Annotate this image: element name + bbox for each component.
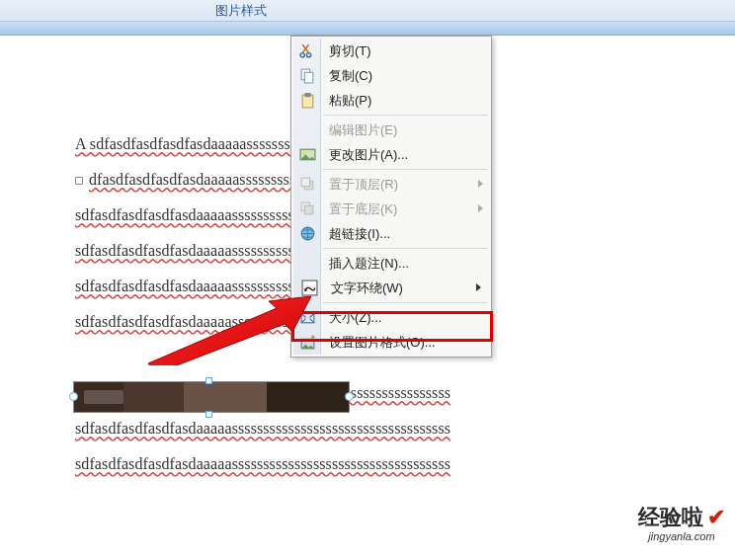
- submenu-arrow-icon: [476, 283, 481, 291]
- svg-point-17: [304, 342, 307, 345]
- menu-label: 剪切(T): [329, 43, 371, 58]
- copy-icon: [299, 67, 316, 84]
- resize-handle-left[interactable]: [69, 392, 78, 401]
- menu-item-size[interactable]: 大小(Z)...: [293, 305, 489, 330]
- resize-handle-top[interactable]: [205, 377, 212, 384]
- watermark-url: jingyanla.com: [638, 530, 725, 542]
- text-line: sdfasdfasdfasdfasdaaaaasssssssssssssssss…: [75, 411, 599, 446]
- menu-separator: [323, 302, 487, 303]
- menu-label: 大小(Z)...: [329, 310, 381, 325]
- svg-rect-3: [304, 72, 313, 83]
- menu-item-bring-to-front: 置于顶层(R): [293, 172, 489, 197]
- text-line: sdfasdfasdfasdfasdaaaaasssssssssssssssss…: [75, 446, 599, 482]
- menu-label: 设置图片格式(O)...: [329, 335, 436, 350]
- embedded-image[interactable]: [73, 381, 350, 413]
- resize-handle-bottom[interactable]: [205, 411, 212, 418]
- menu-separator: [323, 248, 487, 249]
- menu-item-paste[interactable]: 粘贴(P): [293, 88, 489, 113]
- svg-rect-5: [304, 93, 310, 97]
- paste-icon: [299, 92, 316, 109]
- text-wrapping-icon: [301, 280, 318, 296]
- svg-rect-11: [304, 205, 313, 214]
- svg-rect-9: [301, 178, 310, 187]
- menu-label: 文字环绕(W): [331, 280, 403, 295]
- ribbon-tab-picture-format[interactable]: 图片样式: [215, 0, 267, 22]
- menu-label: 置于顶层(R): [329, 177, 398, 192]
- menu-label: 粘贴(P): [329, 93, 371, 108]
- menu-item-format-picture[interactable]: 设置图片格式(O)...: [293, 330, 489, 355]
- menu-item-change-picture[interactable]: 更改图片(A)...: [293, 142, 489, 167]
- menu-label: 超链接(I)...: [329, 226, 390, 241]
- menu-label: 复制(C): [329, 68, 372, 83]
- menu-item-edit-picture: 编辑图片(E): [293, 118, 489, 142]
- menu-item-cut[interactable]: 剪切(T): [293, 39, 489, 63]
- resize-handle-right[interactable]: [345, 392, 354, 401]
- context-menu: 剪切(T) 复制(C) 粘贴(P) 编辑图片(E) 更改图片(A)... 置于顶…: [290, 36, 492, 358]
- ribbon-lower-bar: [0, 22, 735, 36]
- send-to-back-icon: [299, 200, 316, 217]
- format-picture-icon: [299, 334, 316, 351]
- submenu-arrow-icon: [478, 204, 483, 212]
- menu-label: 置于底层(K): [329, 201, 397, 216]
- submenu-arrow-icon: [478, 180, 483, 188]
- selection-handle-icon: [75, 177, 83, 185]
- menu-label: 更改图片(A)...: [329, 147, 408, 162]
- menu-separator: [323, 169, 487, 170]
- cut-icon: [299, 42, 316, 59]
- check-icon: ✔: [707, 505, 725, 529]
- menu-item-send-to-back: 置于底层(K): [293, 197, 489, 221]
- watermark: 经验啦✔ jingyanla.com: [638, 503, 725, 542]
- menu-item-insert-caption[interactable]: 插入题注(N)...: [293, 251, 489, 276]
- bring-to-front-icon: [299, 176, 316, 193]
- menu-item-copy[interactable]: 复制(C): [293, 63, 489, 88]
- menu-item-text-wrapping[interactable]: 文字环绕(W): [295, 276, 487, 300]
- menu-label: 插入题注(N)...: [329, 256, 409, 271]
- hyperlink-icon: [299, 225, 316, 242]
- size-icon: [299, 309, 316, 326]
- svg-point-14: [304, 288, 307, 291]
- svg-point-0: [300, 53, 304, 57]
- watermark-text: 经验啦: [638, 505, 703, 529]
- menu-label: 编辑图片(E): [329, 122, 397, 137]
- ribbon-bar: 图片样式: [0, 0, 735, 22]
- svg-point-1: [306, 53, 310, 57]
- menu-item-hyperlink[interactable]: 超链接(I)...: [293, 221, 489, 246]
- change-picture-icon: [299, 146, 316, 163]
- menu-separator: [323, 115, 487, 116]
